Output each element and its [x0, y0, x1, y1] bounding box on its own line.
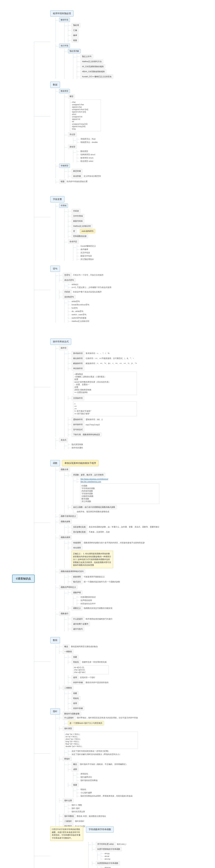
- b8t4s2: 指针的关系运算: [72, 810, 85, 813]
- b5a4s0: ~逻辑取反: [74, 373, 83, 375]
- b5a4s4: -- 前置、后置的一: [74, 383, 89, 386]
- b6link[interactable]: http://www.cplusplus.com/reference/: [80, 478, 108, 480]
- b6link2[interactable]: http://en.cppreference.com: [80, 481, 101, 483]
- b7t2bd: 创建时合多一些合理的初化值: [82, 661, 107, 663]
- b3s0: 代码块: [72, 209, 80, 213]
- b2c2: 存储类型: [59, 163, 70, 168]
- b2d1: 结构体类型 struct: [80, 153, 95, 156]
- b8t2s2: short *ps = NULL;: [66, 738, 81, 740]
- b8t6: 二级指针: [63, 819, 73, 824]
- b6p2d: 不奥值，定参照时，无效: [89, 531, 110, 533]
- b3m3: 嵌套文件包含: [80, 255, 92, 257]
- b5a4s1: ~对整数二进制按位取反（1变0变反）: [74, 375, 106, 378]
- b5a4s5: 后置: [74, 386, 78, 389]
- b8t3b0: 未初始化: [80, 773, 88, 775]
- b2drv: 派生型: [68, 145, 77, 149]
- b8t2d0: 决定了指针向前或者后移走一步有多大距离): [72, 750, 109, 752]
- b4t3: 代码块: [63, 290, 72, 294]
- b7t2b: 初始化: [72, 660, 80, 664]
- b8t3a: 概念: [72, 762, 78, 767]
- b4c3: do...while语句: [72, 310, 83, 313]
- b8t3b1: 指针越界访问: [80, 776, 92, 778]
- b7t2dd: 数组在内存中是连续存放的: [86, 681, 109, 684]
- b6t3: 函数的参数: [59, 519, 72, 524]
- b9t2s2: strcmp: [105, 858, 110, 860]
- b6d2: 函数定义: [72, 606, 82, 610]
- b6t7: 函数递归: [59, 612, 70, 616]
- b6lc5: 数学函数: [81, 498, 89, 500]
- b5a5d2: >=: [74, 408, 77, 410]
- b5a7d: exp1?exp2:exp3: [86, 424, 100, 426]
- b5a4s2: 前置: [74, 378, 78, 381]
- b2i1: unsigned char: [72, 103, 84, 105]
- b7t2: 一维数组: [63, 649, 73, 654]
- b8t3ad: 指针指向不可知的（随机的、不正确的、没有明确限定）: [80, 763, 128, 766]
- b6lc3: 字符操作函数: [81, 492, 93, 495]
- b3s5: 宏和函数的比较: [72, 234, 88, 238]
- b1c1s3: 链接: [72, 38, 78, 42]
- b9t2s0: strcpy: [105, 852, 110, 855]
- b9t3s0: strncpy: [105, 866, 111, 868]
- b6lc0: IO函数: [81, 485, 87, 487]
- b6t6: 函数的声明和定义: [59, 585, 77, 589]
- b8t5d: 数组名 本质：返回数组元素首地址: [77, 815, 106, 817]
- b8t2s1: int *pi = NULL;: [66, 736, 78, 738]
- b6t4: 函数的调用: [59, 535, 72, 539]
- b8t3b: 成因: [72, 767, 78, 772]
- b5ex1: 操作符的属性: [72, 446, 83, 449]
- b8t2d1: 决定了指针的解引用时访问的权限大（即指向的空间大小）: [72, 753, 121, 756]
- b5a5d0: <: [74, 403, 75, 405]
- b8t3c0: 初始化: [80, 788, 86, 791]
- b8t2: 指针类型: [63, 726, 73, 731]
- b2flt: 浮点型: [68, 132, 77, 136]
- b4c2: for语句: [72, 307, 78, 309]
- b2i0: char: [72, 101, 76, 103]
- n-b1c1: 翻译环境: [59, 18, 70, 22]
- b2d2: 枚举类型 enum: [80, 157, 94, 159]
- b5a6: 逻辑操作符: [72, 417, 84, 422]
- b5a9: 下标引用、函数调用和结构成员: [72, 432, 101, 437]
- b6n2d: 把一个函数的返回值作为另一个函数的参数: [84, 581, 120, 583]
- b7t1d: 数组是相同类型元素组成的集合: [71, 645, 98, 648]
- b7in0: int a[]={1,2};: [74, 666, 84, 669]
- b6c2: 传址调用: [72, 546, 82, 550]
- b5a5d3: != 用于测试"不相等": [74, 410, 91, 412]
- b6n1d: 可嵌套调用不能嵌套定义: [84, 576, 105, 578]
- b7t3: 二维数组: [63, 686, 73, 690]
- b5a4: 单目操作符: [72, 366, 84, 371]
- b6d1s0: 对参函数基本知识: [80, 596, 96, 598]
- b1c2t: 预处理详解: [68, 49, 81, 53]
- b7in2: char a[]='abc';: [74, 671, 86, 673]
- b6lib: 库函数：参照，格式等，运行空制等: [72, 473, 105, 477]
- b4c6: #define定义的标识符: [72, 320, 89, 322]
- b3s2: 嵌套代码块: [72, 219, 84, 223]
- b3s4: 宏: [72, 229, 77, 233]
- b6cusd: 由程序名、返回类型和函数的参数组成: [77, 510, 109, 513]
- b5a3: 赋值操作符: [72, 361, 84, 366]
- b7t2cd: 实现对应一个指针: [80, 676, 95, 679]
- n-b2: 数据: [50, 82, 60, 88]
- n-b4: 语句: [50, 266, 60, 272]
- b3mct: 命名约定: [68, 239, 79, 244]
- b8t6d: 指针的指针: [75, 820, 84, 823]
- b1c2i1: #define定义的替代方法: [80, 59, 103, 64]
- b6c1: 传值调用: [72, 540, 82, 545]
- b6r2: 递归的两个必要件: [72, 622, 90, 626]
- b2i7: signed int: [72, 118, 80, 120]
- b2lnkd: 在内存中存放的原始位置: [67, 180, 87, 183]
- n-b1: 程序环境和预处理: [50, 10, 73, 17]
- b6c1d: 函数调用时的参数为别十多不同的内存区，对形参的参改不会影响到实参: [84, 541, 145, 544]
- b5a4s6: (类型) 强制类型转换: [74, 389, 92, 391]
- b2f0: 单精度浮点：float: [80, 138, 96, 140]
- b1c2i0: 预定义符号: [80, 54, 93, 59]
- b5ex0: 隐式类型转换: [72, 443, 83, 446]
- n-b9: 字符函数和字符串函数: [86, 826, 114, 833]
- b2lnk: 链接: [59, 179, 66, 184]
- b5a3d: 赋值操作符：=、+=、*=、&=、<、==、<=、>=、!=、|=、^=: [86, 362, 137, 365]
- b7t3b: 初始化: [72, 696, 80, 701]
- b7t2c: 使用: [72, 675, 78, 680]
- b8t3c1: 小心指针越界: [80, 792, 92, 794]
- b6d1s2: 对应放在头文件中: [80, 602, 96, 605]
- b6p2: 形式参数(形参): [72, 530, 87, 534]
- b8t1d: 指针即地址，指针类型其实没有多大的实际用处，仅仅可提示内存中存放: [77, 716, 138, 719]
